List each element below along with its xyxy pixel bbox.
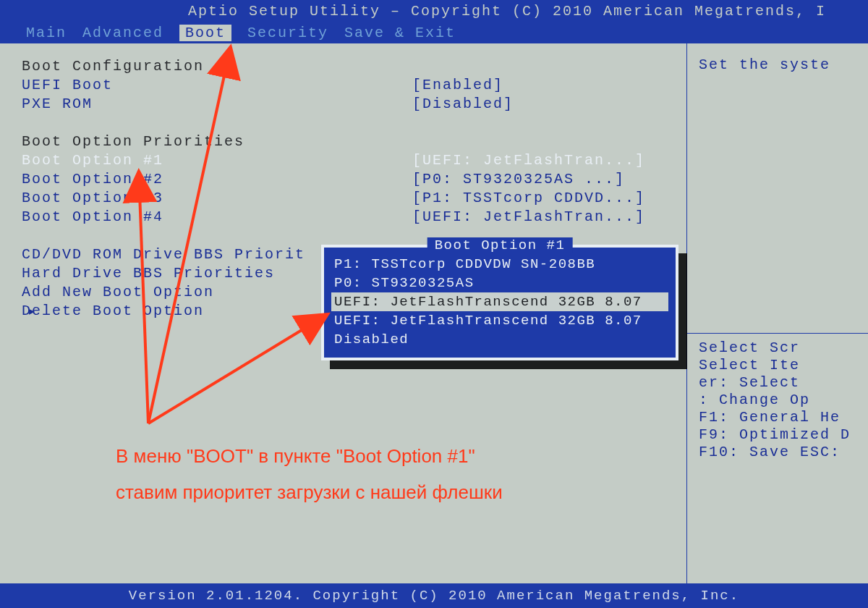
help-top: Set the syste: [699, 56, 868, 74]
pxe-rom-value: [Disabled]: [412, 96, 514, 112]
pxe-rom-row[interactable]: PXE ROM [Disabled]: [22, 94, 676, 113]
boot-option-4-label: Boot Option #4: [22, 208, 412, 225]
boot-option-3-label: Boot Option #3: [22, 190, 412, 206]
bios-footer: Version 2.01.1204. Copyright (C) 2010 Am…: [0, 583, 868, 608]
bios-title-bar: Aptio Setup Utility – Copyright (C) 2010…: [0, 0, 868, 22]
popup-item-4[interactable]: Disabled: [331, 330, 668, 349]
help-4: F1: General He: [699, 409, 868, 426]
boot-option-1-label: Boot Option #1: [22, 152, 412, 169]
tab-main[interactable]: Main: [26, 25, 67, 41]
help-divider: [687, 333, 868, 334]
boot-option-popup[interactable]: Boot Option #1 P1: TSSTcorp CDDVDW SN-20…: [321, 245, 678, 360]
help-0: Select Scr: [699, 339, 868, 357]
bios-title: Aptio Setup Utility – Copyright (C) 2010…: [188, 3, 826, 20]
boot-option-3-value: [P1: TSSTcorp CDDVD...]: [412, 190, 645, 206]
boot-priorities-heading: Boot Option Priorities: [22, 133, 412, 150]
popup-title: Boot Option #1: [427, 237, 573, 253]
help-1: Select Ite: [699, 357, 868, 374]
boot-option-4-row[interactable]: Boot Option #4 [UEFI: JetFlashTran...]: [22, 207, 676, 226]
help-3: : Change Op: [699, 392, 868, 409]
boot-option-2-label: Boot Option #2: [22, 171, 412, 187]
tab-security[interactable]: Security: [247, 25, 328, 41]
boot-option-2-value: [P0: ST9320325AS ...]: [412, 171, 625, 187]
uefi-boot-value: [Enabled]: [412, 77, 503, 93]
bios-menubar: Main Advanced Boot Security Save & Exit: [0, 22, 868, 43]
boot-option-4-value: [UEFI: JetFlashTran...]: [412, 208, 645, 225]
uefi-boot-row[interactable]: UEFI Boot [Enabled]: [22, 75, 676, 94]
tab-boot[interactable]: Boot: [179, 25, 231, 41]
uefi-boot-label: UEFI Boot: [22, 77, 412, 93]
bios-screen: Aptio Setup Utility – Copyright (C) 2010…: [0, 0, 868, 608]
popup-item-1[interactable]: P0: ST9320325AS: [331, 274, 668, 292]
popup-item-2[interactable]: UEFI: JetFlashTranscend 32GB 8.07: [331, 292, 668, 311]
help-5: F9: Optimized D: [699, 426, 868, 444]
popup-item-0[interactable]: P1: TSSTcorp CDDVDW SN-208BB: [331, 255, 668, 274]
bios-version: Version 2.01.1204. Copyright (C) 2010 Am…: [129, 588, 739, 604]
pxe-rom-label: PXE ROM: [22, 96, 412, 112]
cursor-triangle-icon: ▸: [27, 302, 38, 320]
help-6: F10: Save ESC:: [699, 444, 868, 461]
tab-save-exit[interactable]: Save & Exit: [344, 25, 456, 41]
help-pane: Set the syste Select Scr Select Ite er: …: [687, 43, 868, 583]
boot-option-1-value: [UEFI: JetFlashTran...]: [412, 152, 645, 169]
help-2: er: Select: [699, 374, 868, 392]
popup-body: P1: TSSTcorp CDDVDW SN-208BB P0: ST93203…: [324, 248, 676, 358]
boot-option-1-row[interactable]: Boot Option #1 [UEFI: JetFlashTran...]: [22, 151, 676, 169]
popup-item-3[interactable]: UEFI: JetFlashTranscend 32GB 8.07: [331, 311, 668, 330]
tab-advanced[interactable]: Advanced: [82, 25, 163, 41]
boot-option-3-row[interactable]: Boot Option #3 [P1: TSSTcorp CDDVD...]: [22, 188, 676, 207]
boot-option-2-row[interactable]: Boot Option #2 [P0: ST9320325AS ...]: [22, 169, 676, 188]
boot-config-heading: Boot Configuration: [22, 58, 412, 75]
